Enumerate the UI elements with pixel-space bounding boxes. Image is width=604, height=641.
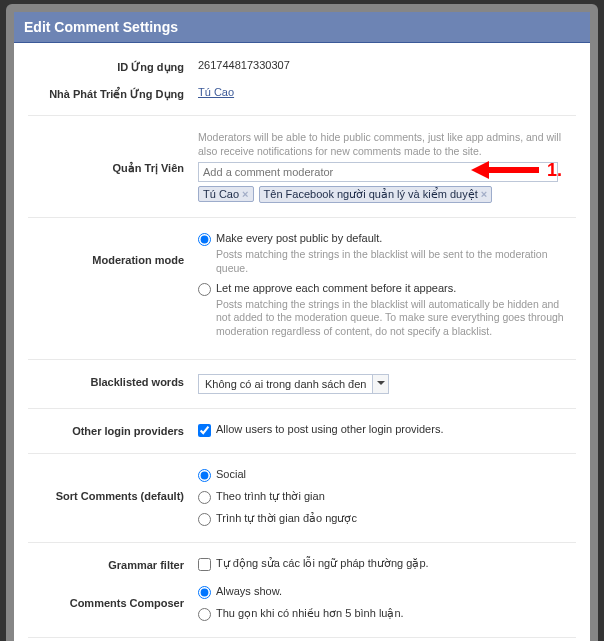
grammar-text: Tự động sửa các lỗi ngữ pháp thường gặp. xyxy=(216,557,429,570)
moderation-public-radio[interactable] xyxy=(198,233,211,246)
moderator-token[interactable]: Tên Facebook người quản lý và kiểm duyệt… xyxy=(259,186,493,203)
label-moderators: Quản Trị Viên xyxy=(28,130,198,175)
sort-social-label: Social xyxy=(216,468,246,480)
sort-chrono-radio[interactable] xyxy=(198,491,211,504)
value-app-id: 261744817330307 xyxy=(198,59,576,71)
modal-content: ID Ứng dụng 261744817330307 Nhà Phát Tri… xyxy=(14,43,590,638)
sort-reverse-radio[interactable] xyxy=(198,513,211,526)
label-blacklist: Blacklisted words xyxy=(28,374,198,388)
composer-always-radio[interactable] xyxy=(198,586,211,599)
separator xyxy=(28,359,576,360)
moderator-input[interactable] xyxy=(198,162,558,182)
moderation-approve-radio[interactable] xyxy=(198,283,211,296)
moderation-public-desc: Posts matching the strings in the blackl… xyxy=(216,248,576,275)
composer-collapse-radio[interactable] xyxy=(198,608,211,621)
sort-chrono-label: Theo trình tự thời gian xyxy=(216,490,325,503)
separator xyxy=(28,453,576,454)
modal-title: Edit Comment Settings xyxy=(14,12,590,43)
other-login-checkbox[interactable] xyxy=(198,424,211,437)
label-grammar: Grammar filter xyxy=(28,557,198,571)
moderators-desc: Moderators will be able to hide public c… xyxy=(198,130,576,158)
moderator-tokens: Tú Cao× Tên Facebook người quản lý và ki… xyxy=(198,186,576,203)
separator xyxy=(28,115,576,116)
sort-social-radio[interactable] xyxy=(198,469,211,482)
separator xyxy=(28,217,576,218)
other-login-text: Allow users to post using other login pr… xyxy=(216,423,443,435)
moderation-approve-desc: Posts matching the strings in the blackl… xyxy=(216,298,576,339)
developer-link[interactable]: Tú Cao xyxy=(198,86,234,98)
separator xyxy=(28,542,576,543)
sort-reverse-label: Trình tự thời gian đảo ngược xyxy=(216,512,357,525)
blacklist-value: Không có ai trong danh sách đen xyxy=(199,378,372,390)
composer-collapse-label: Thu gọn khi có nhiều hơn 5 bình luận. xyxy=(216,607,404,620)
composer-always-label: Always show. xyxy=(216,585,282,597)
moderator-token[interactable]: Tú Cao× xyxy=(198,186,254,202)
label-developer: Nhà Phát Triển Ứng Dụng xyxy=(28,86,198,101)
remove-token-icon[interactable]: × xyxy=(242,188,248,200)
label-composer: Comments Composer xyxy=(28,585,198,609)
separator xyxy=(28,637,576,638)
settings-modal: Edit Comment Settings ID Ứng dụng 261744… xyxy=(6,4,598,641)
separator xyxy=(28,408,576,409)
label-app-id: ID Ứng dụng xyxy=(28,59,198,74)
label-other-login: Other login providers xyxy=(28,423,198,437)
chevron-down-icon[interactable] xyxy=(372,375,388,393)
grammar-checkbox[interactable] xyxy=(198,558,211,571)
remove-token-icon[interactable]: × xyxy=(481,188,487,200)
label-moderation-mode: Moderation mode xyxy=(28,232,198,266)
moderation-approve-label: Let me approve each comment before it ap… xyxy=(216,282,456,294)
blacklist-select[interactable]: Không có ai trong danh sách đen xyxy=(198,374,389,394)
moderation-public-label: Make every post public by default. xyxy=(216,232,382,244)
label-sort: Sort Comments (default) xyxy=(28,468,198,502)
